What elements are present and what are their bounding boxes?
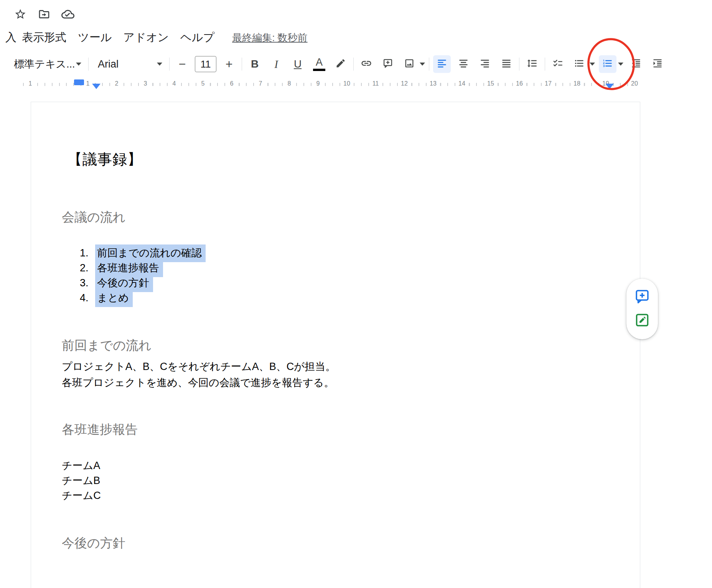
heading-meeting-flow[interactable]: 会議の流れ bbox=[62, 209, 126, 226]
bold-button[interactable]: B bbox=[246, 55, 264, 73]
bulleted-list-button[interactable] bbox=[570, 55, 588, 73]
link-icon bbox=[361, 58, 372, 71]
suggest-edits-icon bbox=[634, 312, 650, 330]
align-right-button[interactable] bbox=[476, 55, 494, 73]
align-left-icon bbox=[437, 58, 447, 70]
underline-button[interactable]: U bbox=[289, 55, 307, 73]
add-comment-button[interactable] bbox=[379, 55, 397, 73]
move-document-button[interactable] bbox=[37, 8, 51, 22]
add-comment-icon bbox=[382, 58, 393, 70]
font-selector[interactable]: Arial bbox=[92, 55, 165, 73]
numbered-list-item[interactable]: 3. 今後の方針 bbox=[80, 276, 153, 291]
menu-item-tools[interactable]: ツール bbox=[78, 30, 112, 45]
bulleted-list-icon bbox=[574, 58, 585, 70]
menu-item-format[interactable]: 表示形式 bbox=[22, 30, 66, 45]
italic-button[interactable]: I bbox=[267, 55, 285, 73]
checklist-button[interactable] bbox=[549, 55, 567, 73]
toolbar-divider bbox=[353, 58, 354, 71]
menu-item-help[interactable]: ヘルプ bbox=[180, 30, 214, 45]
last-edit-link[interactable]: 最終編集: 数秒前 bbox=[232, 31, 307, 45]
ruler-number: 2 bbox=[112, 80, 122, 87]
align-center-button[interactable] bbox=[455, 55, 472, 73]
ruler-number: 1 bbox=[83, 80, 93, 87]
ruler: 1 1 2 3 4 5 6 7 8 9 10 11 12 13 14 15 16… bbox=[0, 79, 712, 91]
chevron-down-icon[interactable] bbox=[618, 63, 623, 66]
google-docs-app: 入 表示形式 ツール アドオン ヘルプ 最終編集: 数秒前 標準テキス... A… bbox=[0, 0, 712, 588]
bulleted-list-cluster bbox=[570, 55, 595, 73]
line-spacing-button[interactable] bbox=[523, 55, 541, 73]
ruler-number: 16 bbox=[514, 80, 524, 87]
insert-image-button[interactable] bbox=[400, 55, 418, 73]
align-left-button[interactable] bbox=[433, 55, 451, 73]
team-line[interactable]: チームA bbox=[62, 458, 101, 473]
checklist-icon bbox=[552, 58, 563, 70]
ruler-number: 14 bbox=[457, 80, 467, 87]
indent-decrease-button[interactable] bbox=[627, 55, 645, 73]
insert-image-cluster bbox=[400, 55, 425, 73]
left-indent-marker[interactable] bbox=[92, 84, 101, 89]
list-item-text-selected[interactable]: まとめ bbox=[95, 289, 133, 307]
list-item-number: 2. bbox=[80, 262, 97, 274]
paragraph-line[interactable]: プロジェクトA、B、CをそれぞれチームA、B、Cが担当。 bbox=[62, 358, 336, 375]
align-center-icon bbox=[458, 58, 469, 70]
justify-button[interactable] bbox=[498, 55, 515, 73]
side-action-pill bbox=[626, 279, 658, 339]
ruler-number: 9 bbox=[313, 80, 323, 87]
heading-future-policy[interactable]: 今後の方針 bbox=[62, 535, 125, 552]
font-size-decrease-button[interactable]: − bbox=[173, 55, 191, 73]
numbered-list-item[interactable]: 2. 各班進捗報告 bbox=[80, 261, 163, 276]
line-spacing-icon bbox=[527, 58, 537, 70]
title-actions-row bbox=[13, 8, 75, 22]
paragraph-style-selector[interactable]: 標準テキス... bbox=[12, 55, 84, 73]
numbered-list-item[interactable]: 4. まとめ bbox=[80, 291, 133, 306]
numbered-list-item[interactable]: 1. 前回までの流れの確認 bbox=[80, 246, 206, 261]
ruler-number: 5 bbox=[198, 80, 208, 87]
team-list[interactable]: チームA チームB チームC bbox=[62, 458, 101, 503]
team-line[interactable]: チームB bbox=[62, 473, 101, 488]
ruler-number: 8 bbox=[284, 80, 294, 87]
toolbar-divider bbox=[242, 58, 242, 71]
right-indent-marker[interactable] bbox=[605, 84, 614, 89]
chevron-down-icon[interactable] bbox=[590, 63, 595, 66]
list-item-number: 3. bbox=[80, 277, 97, 289]
add-comment-fab[interactable] bbox=[633, 288, 651, 306]
text-color-button[interactable]: A bbox=[310, 55, 328, 73]
highlight-color-button[interactable] bbox=[332, 55, 349, 73]
folder-move-icon bbox=[38, 8, 50, 22]
document-page[interactable]: 【議事録】 会議の流れ 1. 前回までの流れの確認 2. 各班進捗報告 3. 今… bbox=[31, 102, 640, 588]
indent-increase-button[interactable] bbox=[649, 55, 666, 73]
menu-item-insert-partial[interactable]: 入 bbox=[5, 30, 16, 45]
list-item-number: 1. bbox=[80, 247, 97, 259]
menu-item-addons[interactable]: アドオン bbox=[123, 30, 169, 45]
star-button[interactable] bbox=[13, 8, 28, 22]
paragraph-line[interactable]: 各班プロジェクトを進め、今回の会議で進捗を報告する。 bbox=[62, 375, 336, 391]
image-icon bbox=[404, 58, 415, 70]
toolbar-divider bbox=[429, 58, 429, 71]
heading-progress-report[interactable]: 各班進捗報告 bbox=[62, 421, 138, 438]
star-icon bbox=[14, 8, 26, 22]
team-line[interactable]: チームC bbox=[62, 488, 101, 503]
ruler-number: 1 bbox=[25, 80, 35, 87]
first-line-indent-marker[interactable] bbox=[74, 79, 84, 85]
ruler-number: 15 bbox=[486, 80, 496, 87]
paragraph[interactable]: プロジェクトA、B、CをそれぞれチームA、B、Cが担当。 各班プロジェクトを進め… bbox=[62, 358, 336, 391]
numbered-list-button[interactable] bbox=[599, 55, 616, 73]
add-comment-icon bbox=[634, 288, 650, 306]
save-status-button[interactable] bbox=[61, 8, 75, 22]
toolbar-divider bbox=[169, 58, 170, 71]
document-title-text[interactable]: 【議事録】 bbox=[68, 150, 142, 169]
insert-link-button[interactable] bbox=[358, 55, 375, 73]
heading-previous-flow[interactable]: 前回までの流れ bbox=[62, 337, 152, 354]
toolbar: 標準テキス... Arial − 11 + B I U A bbox=[12, 54, 666, 74]
text-color-icon: A bbox=[313, 57, 325, 71]
ruler-number: 12 bbox=[399, 80, 409, 87]
font-size-increase-button[interactable]: + bbox=[220, 55, 238, 73]
chevron-down-icon[interactable] bbox=[420, 63, 425, 66]
numbered-list-cluster bbox=[599, 55, 623, 73]
ruler-number: 11 bbox=[371, 80, 381, 87]
font-size-input[interactable]: 11 bbox=[195, 56, 216, 72]
ruler-number: 18 bbox=[572, 80, 582, 87]
toolbar-divider bbox=[88, 58, 89, 71]
suggest-edits-fab[interactable] bbox=[633, 312, 651, 330]
ruler-number: 3 bbox=[140, 80, 150, 87]
